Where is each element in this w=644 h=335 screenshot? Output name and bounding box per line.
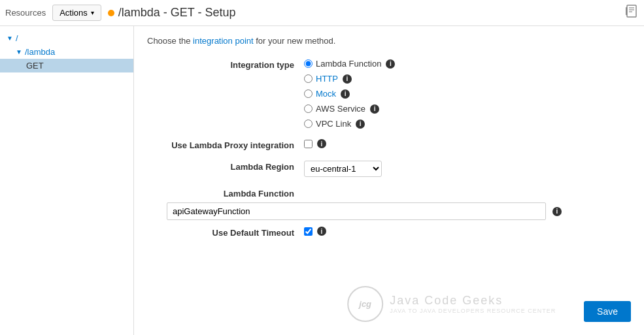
watermark-text-area: Java Code Geeks Java to Java Developers … bbox=[390, 294, 556, 314]
top-bar: Resources Actions ▾ /lambda - GET - Setu… bbox=[0, 0, 644, 26]
function-row: Lambda Function bbox=[147, 187, 631, 199]
timeout-checkbox-row: i bbox=[304, 227, 631, 236]
root-arrow-icon: ▼ bbox=[7, 35, 13, 42]
lambda-input-row: i bbox=[147, 202, 631, 220]
watermark-logo-text: jcg bbox=[359, 299, 371, 309]
save-button[interactable]: Save bbox=[584, 301, 631, 322]
proxy-checkbox-row: i bbox=[304, 139, 631, 148]
timeout-value: i bbox=[304, 227, 631, 236]
timeout-label: Use Default Timeout bbox=[147, 227, 304, 238]
integration-type-label: Integration type bbox=[147, 59, 304, 70]
http-label: HTTP bbox=[316, 74, 338, 84]
sidebar-item-root[interactable]: ▼ / bbox=[0, 31, 133, 45]
watermark: jcg Java Code Geeks Java to Java Develop… bbox=[347, 286, 556, 322]
timeout-row: Use Default Timeout i bbox=[147, 227, 631, 238]
region-select-row: eu-central-1 us-east-1 us-east-2 us-west… bbox=[304, 161, 631, 177]
actions-label: Actions bbox=[59, 8, 88, 18]
mock-label: Mock bbox=[316, 89, 336, 99]
aws-service-radio[interactable] bbox=[304, 104, 313, 113]
aws-service-info-icon[interactable]: i bbox=[370, 104, 379, 114]
sidebar-lambda-label: /lambda bbox=[25, 47, 55, 57]
lambda-arrow-icon: ▼ bbox=[16, 48, 22, 56]
function-label: Lambda Function bbox=[147, 187, 304, 199]
sidebar-root-label: / bbox=[16, 33, 18, 43]
proxy-label: Use Lambda Proxy integration bbox=[147, 139, 304, 150]
http-radio-row: HTTP i bbox=[304, 74, 631, 84]
actions-button[interactable]: Actions ▾ bbox=[52, 5, 101, 21]
mock-radio[interactable] bbox=[304, 89, 313, 98]
vpc-link-radio[interactable] bbox=[304, 120, 313, 128]
timeout-info-icon[interactable]: i bbox=[317, 227, 326, 236]
lambda-function-input[interactable] bbox=[167, 202, 546, 220]
proxy-checkbox[interactable] bbox=[304, 140, 313, 148]
proxy-row: Use Lambda Proxy integration i bbox=[147, 139, 631, 150]
region-select[interactable]: eu-central-1 us-east-1 us-east-2 us-west… bbox=[304, 161, 382, 177]
region-row: Lambda Region eu-central-1 us-east-1 us-… bbox=[147, 161, 631, 177]
lambda-info-icon[interactable]: i bbox=[386, 59, 395, 69]
svg-rect-4 bbox=[626, 7, 627, 15]
region-label: Lambda Region bbox=[147, 161, 304, 172]
resources-label: Resources bbox=[5, 8, 46, 18]
watermark-sub-text: Java to Java Developers Resource Center bbox=[390, 308, 556, 314]
content-area: Choose the integration point for your ne… bbox=[134, 26, 644, 335]
watermark-logo: jcg bbox=[347, 286, 383, 322]
page-title: /lambda - GET - Setup bbox=[108, 6, 236, 20]
region-value: eu-central-1 us-east-1 us-east-2 us-west… bbox=[304, 161, 631, 177]
notebook-icon[interactable] bbox=[624, 4, 639, 22]
actions-caret-icon: ▾ bbox=[91, 9, 94, 16]
lambda-function-info-icon[interactable]: i bbox=[552, 207, 562, 216]
aws-service-radio-row: AWS Service i bbox=[304, 104, 631, 114]
lambda-function-label: Lambda Function bbox=[316, 59, 381, 69]
integration-point-link[interactable]: integration point bbox=[193, 36, 254, 46]
proxy-value: i bbox=[304, 139, 631, 148]
orange-dot-icon bbox=[108, 10, 114, 16]
vpc-link-info-icon[interactable]: i bbox=[356, 120, 365, 129]
http-radio[interactable] bbox=[304, 74, 313, 83]
page-title-text: /lambda - GET - Setup bbox=[118, 6, 236, 20]
integration-type-row: Integration type Lambda Function i HTTP … bbox=[147, 59, 631, 129]
sidebar-item-get[interactable]: GET bbox=[0, 59, 133, 72]
lambda-function-radio-row: Lambda Function i bbox=[304, 59, 631, 69]
integration-type-value: Lambda Function i HTTP i Mock i AWS Serv… bbox=[304, 59, 631, 129]
timeout-checkbox[interactable] bbox=[304, 227, 313, 236]
mock-info-icon[interactable]: i bbox=[341, 89, 350, 99]
svg-rect-0 bbox=[627, 5, 636, 17]
proxy-info-icon[interactable]: i bbox=[317, 139, 326, 148]
content-description: Choose the integration point for your ne… bbox=[147, 36, 631, 46]
vpc-link-label: VPC Link bbox=[316, 119, 351, 129]
vpc-link-radio-row: VPC Link i bbox=[304, 119, 631, 129]
http-info-icon[interactable]: i bbox=[343, 74, 352, 84]
sidebar-item-lambda[interactable]: ▼ /lambda bbox=[0, 45, 133, 59]
lambda-function-radio[interactable] bbox=[304, 59, 313, 68]
main-layout: ▼ / ▼ /lambda GET Choose the integration… bbox=[0, 26, 644, 335]
sidebar: ▼ / ▼ /lambda GET bbox=[0, 26, 134, 335]
mock-radio-row: Mock i bbox=[304, 89, 631, 99]
sidebar-get-label: GET bbox=[26, 61, 44, 71]
watermark-main-text: Java Code Geeks bbox=[390, 294, 556, 308]
aws-service-label: AWS Service bbox=[316, 104, 365, 114]
